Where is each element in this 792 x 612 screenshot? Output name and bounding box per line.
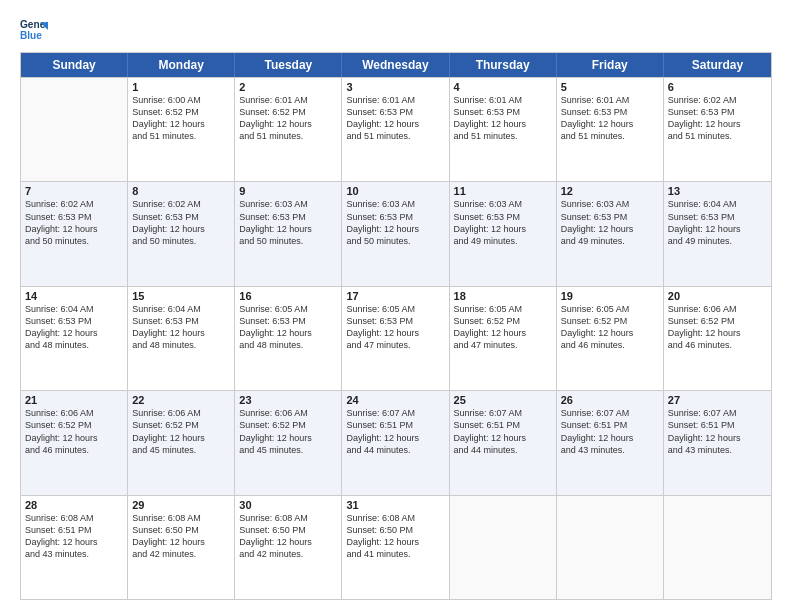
day-info: Sunrise: 6:02 AM Sunset: 6:53 PM Dayligh… [668, 94, 767, 143]
day-info: Sunrise: 6:06 AM Sunset: 6:52 PM Dayligh… [668, 303, 767, 352]
header: General Blue [20, 16, 772, 44]
day-info: Sunrise: 6:05 AM Sunset: 6:53 PM Dayligh… [346, 303, 444, 352]
day-number: 6 [668, 81, 767, 93]
weekday-header-saturday: Saturday [664, 53, 771, 77]
day-info: Sunrise: 6:02 AM Sunset: 6:53 PM Dayligh… [25, 198, 123, 247]
calendar-day-24: 24Sunrise: 6:07 AM Sunset: 6:51 PM Dayli… [342, 391, 449, 494]
calendar-body: 1Sunrise: 6:00 AM Sunset: 6:52 PM Daylig… [21, 77, 771, 599]
calendar-day-21: 21Sunrise: 6:06 AM Sunset: 6:52 PM Dayli… [21, 391, 128, 494]
calendar-day-19: 19Sunrise: 6:05 AM Sunset: 6:52 PM Dayli… [557, 287, 664, 390]
calendar-day-25: 25Sunrise: 6:07 AM Sunset: 6:51 PM Dayli… [450, 391, 557, 494]
day-info: Sunrise: 6:01 AM Sunset: 6:52 PM Dayligh… [239, 94, 337, 143]
calendar-day-3: 3Sunrise: 6:01 AM Sunset: 6:53 PM Daylig… [342, 78, 449, 181]
calendar-day-6: 6Sunrise: 6:02 AM Sunset: 6:53 PM Daylig… [664, 78, 771, 181]
day-info: Sunrise: 6:07 AM Sunset: 6:51 PM Dayligh… [561, 407, 659, 456]
calendar-day-29: 29Sunrise: 6:08 AM Sunset: 6:50 PM Dayli… [128, 496, 235, 599]
calendar-page: General Blue SundayMondayTuesdayWednesda… [0, 0, 792, 612]
day-info: Sunrise: 6:03 AM Sunset: 6:53 PM Dayligh… [561, 198, 659, 247]
day-number: 10 [346, 185, 444, 197]
day-number: 31 [346, 499, 444, 511]
day-info: Sunrise: 6:03 AM Sunset: 6:53 PM Dayligh… [454, 198, 552, 247]
day-info: Sunrise: 6:00 AM Sunset: 6:52 PM Dayligh… [132, 94, 230, 143]
weekday-header-sunday: Sunday [21, 53, 128, 77]
calendar-day-9: 9Sunrise: 6:03 AM Sunset: 6:53 PM Daylig… [235, 182, 342, 285]
calendar-day-5: 5Sunrise: 6:01 AM Sunset: 6:53 PM Daylig… [557, 78, 664, 181]
day-number: 16 [239, 290, 337, 302]
day-info: Sunrise: 6:04 AM Sunset: 6:53 PM Dayligh… [668, 198, 767, 247]
calendar-day-14: 14Sunrise: 6:04 AM Sunset: 6:53 PM Dayli… [21, 287, 128, 390]
day-number: 8 [132, 185, 230, 197]
day-info: Sunrise: 6:06 AM Sunset: 6:52 PM Dayligh… [239, 407, 337, 456]
weekday-header-monday: Monday [128, 53, 235, 77]
calendar-day-8: 8Sunrise: 6:02 AM Sunset: 6:53 PM Daylig… [128, 182, 235, 285]
calendar-day-17: 17Sunrise: 6:05 AM Sunset: 6:53 PM Dayli… [342, 287, 449, 390]
day-number: 25 [454, 394, 552, 406]
day-info: Sunrise: 6:05 AM Sunset: 6:52 PM Dayligh… [561, 303, 659, 352]
day-number: 1 [132, 81, 230, 93]
day-number: 4 [454, 81, 552, 93]
calendar-day-4: 4Sunrise: 6:01 AM Sunset: 6:53 PM Daylig… [450, 78, 557, 181]
day-info: Sunrise: 6:02 AM Sunset: 6:53 PM Dayligh… [132, 198, 230, 247]
svg-text:Blue: Blue [20, 30, 42, 41]
logo-icon: General Blue [20, 16, 48, 44]
calendar-day-2: 2Sunrise: 6:01 AM Sunset: 6:52 PM Daylig… [235, 78, 342, 181]
day-number: 5 [561, 81, 659, 93]
day-number: 3 [346, 81, 444, 93]
day-info: Sunrise: 6:08 AM Sunset: 6:50 PM Dayligh… [239, 512, 337, 561]
calendar-day-13: 13Sunrise: 6:04 AM Sunset: 6:53 PM Dayli… [664, 182, 771, 285]
calendar-day-7: 7Sunrise: 6:02 AM Sunset: 6:53 PM Daylig… [21, 182, 128, 285]
calendar-day-1: 1Sunrise: 6:00 AM Sunset: 6:52 PM Daylig… [128, 78, 235, 181]
calendar-day-16: 16Sunrise: 6:05 AM Sunset: 6:53 PM Dayli… [235, 287, 342, 390]
calendar-day-11: 11Sunrise: 6:03 AM Sunset: 6:53 PM Dayli… [450, 182, 557, 285]
calendar-day-22: 22Sunrise: 6:06 AM Sunset: 6:52 PM Dayli… [128, 391, 235, 494]
calendar-day-empty [450, 496, 557, 599]
day-info: Sunrise: 6:03 AM Sunset: 6:53 PM Dayligh… [239, 198, 337, 247]
day-number: 12 [561, 185, 659, 197]
day-number: 26 [561, 394, 659, 406]
calendar-day-27: 27Sunrise: 6:07 AM Sunset: 6:51 PM Dayli… [664, 391, 771, 494]
calendar-day-26: 26Sunrise: 6:07 AM Sunset: 6:51 PM Dayli… [557, 391, 664, 494]
day-number: 30 [239, 499, 337, 511]
calendar-day-empty [664, 496, 771, 599]
day-number: 21 [25, 394, 123, 406]
day-info: Sunrise: 6:01 AM Sunset: 6:53 PM Dayligh… [454, 94, 552, 143]
day-info: Sunrise: 6:08 AM Sunset: 6:50 PM Dayligh… [132, 512, 230, 561]
calendar-row-4: 21Sunrise: 6:06 AM Sunset: 6:52 PM Dayli… [21, 390, 771, 494]
day-number: 19 [561, 290, 659, 302]
calendar-day-28: 28Sunrise: 6:08 AM Sunset: 6:51 PM Dayli… [21, 496, 128, 599]
day-number: 20 [668, 290, 767, 302]
calendar-header: SundayMondayTuesdayWednesdayThursdayFrid… [21, 53, 771, 77]
day-number: 24 [346, 394, 444, 406]
day-number: 22 [132, 394, 230, 406]
calendar: SundayMondayTuesdayWednesdayThursdayFrid… [20, 52, 772, 600]
calendar-day-10: 10Sunrise: 6:03 AM Sunset: 6:53 PM Dayli… [342, 182, 449, 285]
day-info: Sunrise: 6:03 AM Sunset: 6:53 PM Dayligh… [346, 198, 444, 247]
day-info: Sunrise: 6:07 AM Sunset: 6:51 PM Dayligh… [346, 407, 444, 456]
calendar-row-2: 7Sunrise: 6:02 AM Sunset: 6:53 PM Daylig… [21, 181, 771, 285]
day-number: 18 [454, 290, 552, 302]
day-number: 14 [25, 290, 123, 302]
day-number: 23 [239, 394, 337, 406]
day-info: Sunrise: 6:06 AM Sunset: 6:52 PM Dayligh… [25, 407, 123, 456]
day-info: Sunrise: 6:05 AM Sunset: 6:52 PM Dayligh… [454, 303, 552, 352]
calendar-row-3: 14Sunrise: 6:04 AM Sunset: 6:53 PM Dayli… [21, 286, 771, 390]
weekday-header-wednesday: Wednesday [342, 53, 449, 77]
day-number: 28 [25, 499, 123, 511]
calendar-day-empty [557, 496, 664, 599]
day-info: Sunrise: 6:01 AM Sunset: 6:53 PM Dayligh… [346, 94, 444, 143]
calendar-day-23: 23Sunrise: 6:06 AM Sunset: 6:52 PM Dayli… [235, 391, 342, 494]
day-number: 2 [239, 81, 337, 93]
calendar-day-empty [21, 78, 128, 181]
day-number: 9 [239, 185, 337, 197]
calendar-day-20: 20Sunrise: 6:06 AM Sunset: 6:52 PM Dayli… [664, 287, 771, 390]
calendar-day-31: 31Sunrise: 6:08 AM Sunset: 6:50 PM Dayli… [342, 496, 449, 599]
day-info: Sunrise: 6:07 AM Sunset: 6:51 PM Dayligh… [668, 407, 767, 456]
weekday-header-tuesday: Tuesday [235, 53, 342, 77]
day-info: Sunrise: 6:06 AM Sunset: 6:52 PM Dayligh… [132, 407, 230, 456]
day-number: 11 [454, 185, 552, 197]
day-info: Sunrise: 6:08 AM Sunset: 6:50 PM Dayligh… [346, 512, 444, 561]
day-info: Sunrise: 6:08 AM Sunset: 6:51 PM Dayligh… [25, 512, 123, 561]
weekday-header-thursday: Thursday [450, 53, 557, 77]
day-number: 13 [668, 185, 767, 197]
day-number: 15 [132, 290, 230, 302]
